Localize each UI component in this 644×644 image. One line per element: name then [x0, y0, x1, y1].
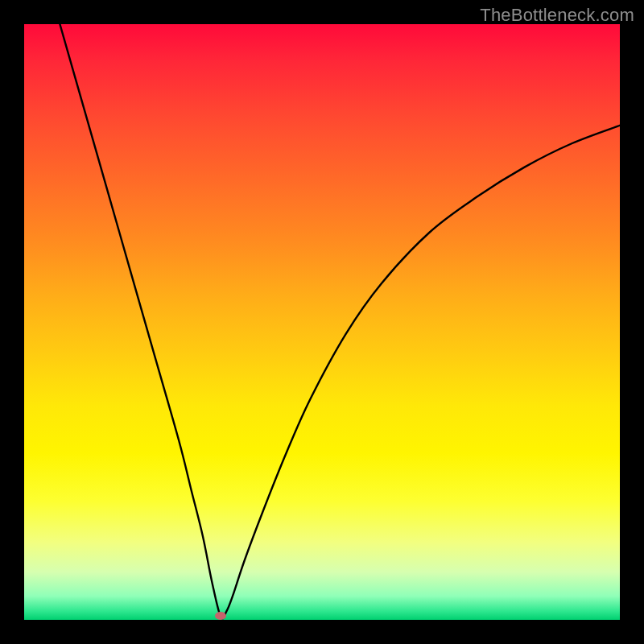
watermark-text: TheBottleneck.com — [480, 5, 634, 26]
chart-frame: TheBottleneck.com — [0, 0, 644, 644]
plot-area — [24, 24, 620, 620]
minimum-marker-icon — [215, 612, 226, 620]
bottleneck-curve — [24, 24, 620, 620]
